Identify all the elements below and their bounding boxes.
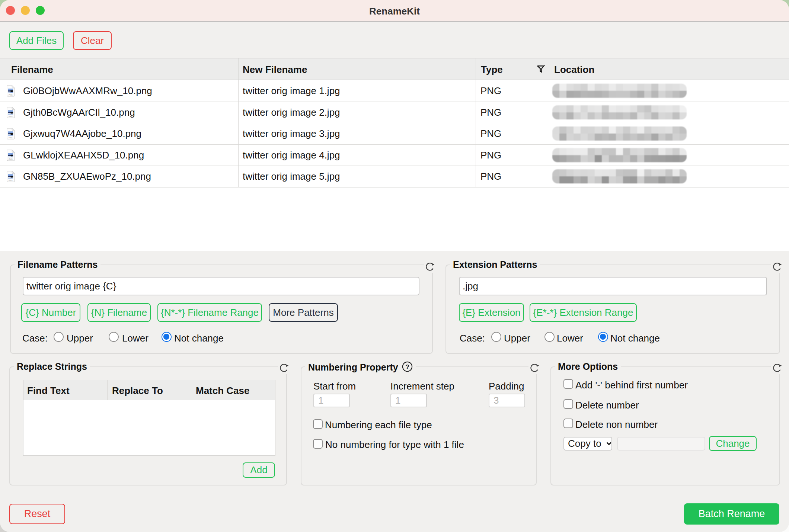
svg-text:PNG: PNG	[9, 158, 13, 160]
svg-text:PNG: PNG	[9, 94, 13, 96]
svg-text:PNG: PNG	[9, 137, 13, 139]
svg-text:PNG: PNG	[9, 180, 13, 182]
svg-text:?: ?	[405, 363, 409, 371]
svg-text:PNG: PNG	[9, 115, 13, 117]
